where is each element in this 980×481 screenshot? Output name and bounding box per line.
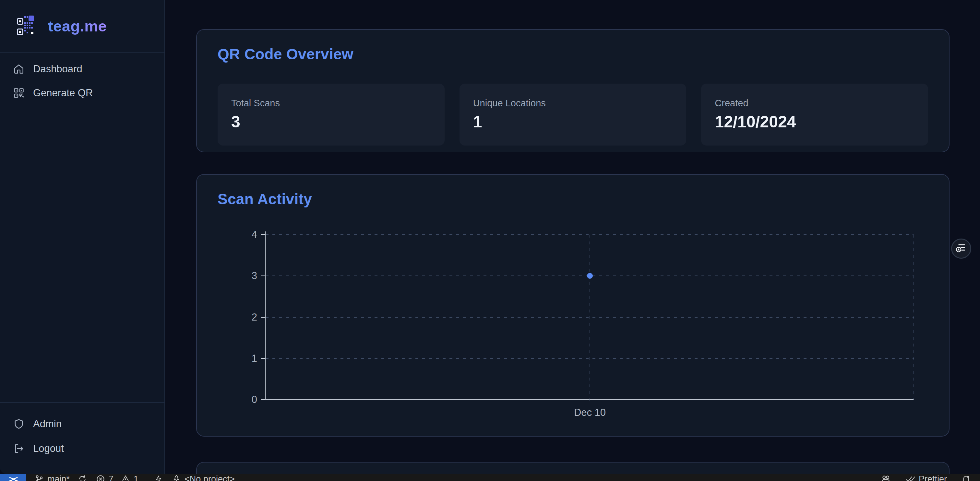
- sidebar-footer: Admin Logout: [0, 402, 164, 474]
- app-screen: teag.me Dashboard Gen: [0, 0, 980, 481]
- logout-icon: [13, 443, 25, 454]
- stat-card-unique-locations: Unique Locations 1: [460, 84, 687, 146]
- vscode-status-bar: >< main*: [0, 474, 980, 481]
- sidebar-item-logout[interactable]: Logout: [0, 436, 164, 461]
- sidebar-item-label: Logout: [33, 443, 64, 454]
- stat-value: 12/10/2024: [715, 113, 915, 131]
- sidebar-item-dashboard[interactable]: Dashboard: [0, 57, 164, 81]
- stat-label: Created: [715, 98, 915, 109]
- overview-title: QR Code Overview: [218, 45, 928, 63]
- lightning-icon: [154, 475, 163, 481]
- scan-activity-card: Scan Activity 01234Dec 10: [196, 174, 950, 437]
- warnings-icon: [121, 474, 130, 481]
- stat-value: 1: [473, 113, 673, 131]
- git-branch-button[interactable]: main*: [34, 474, 87, 481]
- sidebar-item-generate-qr[interactable]: Generate QR: [0, 81, 164, 105]
- y-axis-tick-0: [261, 399, 265, 400]
- y-axis-tick-3: [261, 276, 265, 276]
- remote-indicator-button[interactable]: ><: [0, 474, 26, 481]
- stat-label: Total Scans: [231, 98, 431, 109]
- sync-icon: [78, 474, 87, 481]
- devtools-toggle-button[interactable]: [951, 238, 971, 259]
- qr-code-overview-card: QR Code Overview Total Scans 3 Unique Lo…: [196, 29, 950, 152]
- lightning-status-button[interactable]: [147, 475, 163, 481]
- status-bar-items: >< main*: [0, 474, 980, 481]
- formatter-label: Prettier: [919, 474, 947, 481]
- activity-title: Scan Activity: [218, 190, 928, 208]
- sidebar-header: teag.me: [0, 0, 164, 52]
- git-branch-label: main*: [47, 474, 70, 481]
- stat-value: 3: [231, 113, 431, 131]
- sidebar-item-label: Admin: [33, 418, 62, 430]
- brand-name: teag.me: [48, 17, 107, 35]
- errors-count: 7: [109, 474, 113, 481]
- sidebar-nav: Dashboard Generate QR: [0, 52, 164, 110]
- rocket-icon: [172, 474, 181, 481]
- y-axis-tick-1: [261, 358, 265, 359]
- people-icon: [880, 474, 891, 481]
- sidebar-item-label: Dashboard: [33, 63, 83, 75]
- y-axis-label-4: 4: [251, 229, 257, 240]
- chart-plot: 01234Dec 10: [265, 235, 913, 400]
- stats-row: Total Scans 3 Unique Locations 1 Created…: [218, 84, 928, 146]
- data-point-Dec 10[interactable]: [587, 273, 593, 279]
- sidebar-item-label: Generate QR: [33, 87, 93, 99]
- home-icon: [13, 63, 25, 75]
- stat-label: Unique Locations: [473, 98, 673, 109]
- sidebar-spacer: [0, 110, 164, 402]
- sidebar-item-admin[interactable]: Admin: [0, 412, 164, 436]
- gridline-x-Dec 10: [590, 235, 590, 404]
- project-selector-button[interactable]: <No project>: [172, 474, 235, 481]
- notifications-button[interactable]: [961, 474, 971, 481]
- y-axis-label-3: 3: [251, 270, 257, 282]
- y-axis-tick-2: [261, 317, 265, 317]
- shield-icon: [13, 418, 25, 430]
- stat-card-created: Created 12/10/2024: [701, 84, 928, 146]
- x-axis-label: Dec 10: [574, 407, 606, 418]
- y-axis-label-0: 0: [251, 394, 257, 405]
- git-branch-icon: [34, 474, 44, 481]
- problems-button[interactable]: 7 1: [95, 474, 138, 481]
- errors-icon: [95, 474, 105, 481]
- qr-icon: [13, 87, 25, 99]
- project-selector-label: <No project>: [185, 474, 235, 481]
- status-bar-right: Prettier: [880, 474, 980, 481]
- gridline-right-edge: [913, 235, 914, 400]
- live-share-button[interactable]: [880, 474, 891, 481]
- double-check-icon: [905, 474, 915, 481]
- formatter-button[interactable]: Prettier: [905, 474, 947, 481]
- y-axis-label-1: 1: [251, 352, 257, 364]
- logs-panel-icon: [955, 241, 968, 256]
- remote-indicator-label: ><: [9, 474, 17, 481]
- stat-card-total-scans: Total Scans 3: [218, 84, 445, 146]
- sidebar: teag.me Dashboard Gen: [0, 0, 165, 474]
- bell-icon: [961, 474, 971, 481]
- y-axis-tick-4: [261, 234, 265, 235]
- warnings-count: 1: [134, 474, 138, 481]
- brand-logo-qr-icon: [17, 16, 35, 36]
- y-axis-label-2: 2: [251, 311, 257, 323]
